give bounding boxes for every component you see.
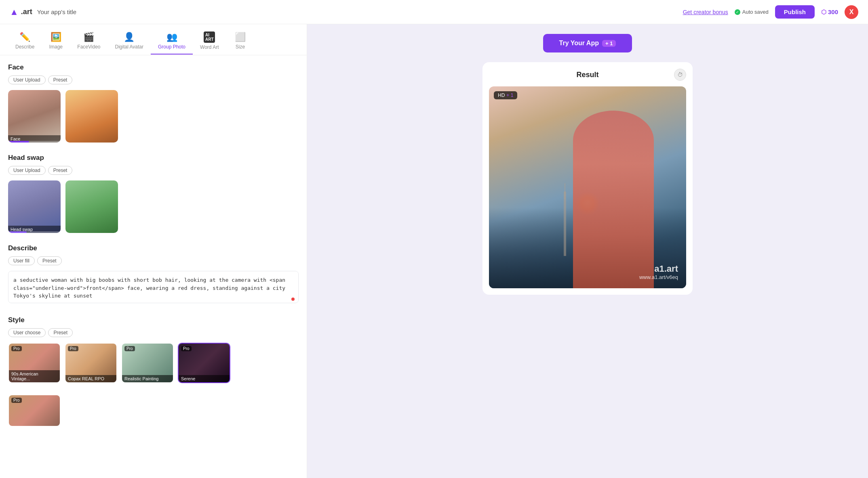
style-card-realistic-label: Realistic Painting: [122, 375, 173, 382]
head-swap-image-2[interactable]: [65, 180, 118, 233]
image-tab-label: Image: [49, 44, 63, 50]
auto-saved-label: Auto saved: [742, 9, 769, 15]
tower-top: [565, 183, 565, 199]
tab-facevideo[interactable]: 🎬 FaceVideo: [70, 29, 107, 55]
head-swap-badge-row: User Upload Preset: [8, 166, 299, 175]
face-section: Face User Upload Preset Face: [8, 63, 299, 143]
header-left: ▲ .art Your app's title: [10, 7, 76, 17]
describe-char-indicator: [291, 298, 295, 301]
result-image-wrap: HD + 1 a1.art www.a1.art/v6eq: [489, 86, 686, 288]
logo-text: .art: [21, 8, 32, 16]
woman-figure: [573, 111, 654, 288]
result-history-button[interactable]: ⏱: [674, 69, 686, 81]
face-preset-badge[interactable]: Preset: [48, 75, 73, 84]
auto-saved-status: Auto saved: [735, 9, 769, 15]
user-avatar[interactable]: X: [845, 5, 858, 19]
describe-preset-badge[interactable]: Preset: [37, 256, 62, 265]
tab-describe[interactable]: ✏️ Describe: [8, 29, 42, 55]
content-area: Face User Upload Preset Face: [0, 55, 307, 443]
try-app-badge: + 1: [602, 40, 616, 47]
style-card-grid: Pro 90s American Vintage... Pro Copax RE…: [8, 343, 299, 383]
app-title[interactable]: Your app's title: [37, 8, 76, 15]
digital-avatar-tab-label: Digital Avatar: [115, 44, 143, 50]
group-photo-tab-label: Group Photo: [158, 44, 185, 50]
head-swap-title: Head swap: [8, 154, 299, 162]
facevideo-tab-icon: 🎬: [83, 32, 94, 42]
result-header: Result ⏱: [489, 69, 686, 81]
describe-badge-row: User fill Preset: [8, 256, 299, 265]
describe-tab-icon: ✏️: [19, 32, 30, 42]
tab-image[interactable]: 🖼️ Image: [42, 29, 70, 55]
creator-bonus-link[interactable]: Get creator bonus: [683, 9, 728, 15]
logo[interactable]: ▲ .art: [10, 7, 32, 17]
style-card-american-vintage[interactable]: Pro 90s American Vintage...: [8, 343, 61, 383]
head-swap-image-1-progress-bar: [8, 231, 27, 233]
style-card-realistic[interactable]: Pro Realistic Painting: [121, 343, 174, 383]
describe-tab-label: Describe: [15, 44, 34, 50]
style-card-grid-bottom: Pro: [8, 394, 299, 427]
style-badge-row: User choose Preset: [8, 328, 299, 337]
digital-avatar-tab-icon: 👤: [124, 32, 135, 42]
watermark-sub-text: www.a1.art/v6eq: [639, 274, 678, 280]
face-image-1-progress: [8, 141, 61, 143]
head-swap-image-1[interactable]: Head swap: [8, 180, 61, 233]
word-art-tab-icon: AIART: [204, 31, 215, 43]
style-card-american-pro-badge: Pro: [11, 346, 22, 351]
head-swap-section: Head swap User Upload Preset Head swap: [8, 154, 299, 233]
head-swap-image-grid: Head swap: [8, 180, 299, 233]
style-card-pro-american-pro-badge: Pro: [11, 398, 22, 403]
face-badge-row: User Upload Preset: [8, 75, 299, 84]
face-image-2[interactable]: [65, 90, 118, 143]
style-card-american-label: 90s American Vintage...: [9, 370, 60, 382]
app-header: ▲ .art Your app's title Get creator bonu…: [0, 0, 868, 24]
result-area: Result ⏱ HD +: [482, 62, 693, 295]
describe-user-fill-badge[interactable]: User fill: [8, 256, 35, 265]
style-card-realistic-pro-badge: Pro: [124, 346, 135, 351]
face-user-upload-badge[interactable]: User Upload: [8, 75, 46, 84]
describe-input-wrap: a seductive woman with big boobs with sh…: [8, 271, 299, 305]
face-image-1[interactable]: Face: [8, 90, 61, 143]
style-card-serene-pro-badge: Pro: [181, 346, 192, 351]
auto-saved-icon: [735, 9, 740, 15]
describe-textarea[interactable]: a seductive woman with big boobs with sh…: [8, 271, 299, 303]
header-right: Get creator bonus Auto saved Publish ⬡ 3…: [683, 5, 858, 19]
credits-icon: ⬡: [821, 8, 826, 16]
face-image-grid: Face: [8, 90, 299, 143]
style-user-choose-badge[interactable]: User choose: [8, 328, 46, 337]
result-title: Result: [501, 71, 674, 79]
size-tab-label: Size: [236, 44, 245, 50]
head-swap-image-1-progress: [8, 231, 61, 233]
style-preset-badge[interactable]: Preset: [48, 328, 73, 337]
tab-digital-avatar[interactable]: 👤 Digital Avatar: [108, 29, 151, 55]
tower: [564, 191, 566, 256]
watermark-main-text: a1.art: [639, 264, 678, 274]
right-panel: Try Your App + 1 Result ⏱: [307, 24, 868, 478]
face-section-title: Face: [8, 63, 299, 71]
hd-plus-badge: + 1: [506, 92, 513, 98]
style-card-serene[interactable]: Pro Serene: [178, 343, 230, 383]
tab-word-art[interactable]: AIART Word Art: [193, 28, 226, 55]
style-card-pro-american[interactable]: Pro: [8, 394, 61, 427]
image-tab-icon: 🖼️: [51, 32, 61, 42]
size-tab-icon: ⬜: [235, 32, 246, 42]
left-panel: ✏️ Describe 🖼️ Image 🎬 FaceVideo 👤 Digit…: [0, 24, 307, 478]
tab-group-photo[interactable]: 👥 Group Photo: [151, 29, 193, 55]
credits-value: 300: [828, 8, 838, 15]
style-card-copax-pro-badge: Pro: [68, 346, 78, 351]
facevideo-tab-label: FaceVideo: [77, 44, 100, 50]
try-app-button[interactable]: Try Your App + 1: [543, 34, 632, 52]
hd-badge: HD + 1: [494, 91, 517, 99]
style-card-copax-label: Copax REAL RPO: [65, 375, 116, 382]
style-card-serene-label: Serene: [179, 375, 230, 382]
face-image-1-progress-bar: [8, 141, 29, 143]
word-art-tab-label: Word Art: [200, 44, 219, 50]
result-image-preview: HD + 1 a1.art www.a1.art/v6eq: [489, 86, 686, 288]
head-swap-preset-badge[interactable]: Preset: [48, 166, 73, 175]
nav-tabs: ✏️ Describe 🖼️ Image 🎬 FaceVideo 👤 Digit…: [0, 24, 307, 55]
publish-button[interactable]: Publish: [775, 5, 815, 19]
try-app-label: Try Your App: [559, 40, 599, 47]
head-swap-user-upload-badge[interactable]: User Upload: [8, 166, 46, 175]
logo-icon: ▲: [10, 7, 19, 17]
tab-size[interactable]: ⬜ Size: [226, 29, 255, 55]
style-card-copax[interactable]: Pro Copax REAL RPO: [65, 343, 117, 383]
